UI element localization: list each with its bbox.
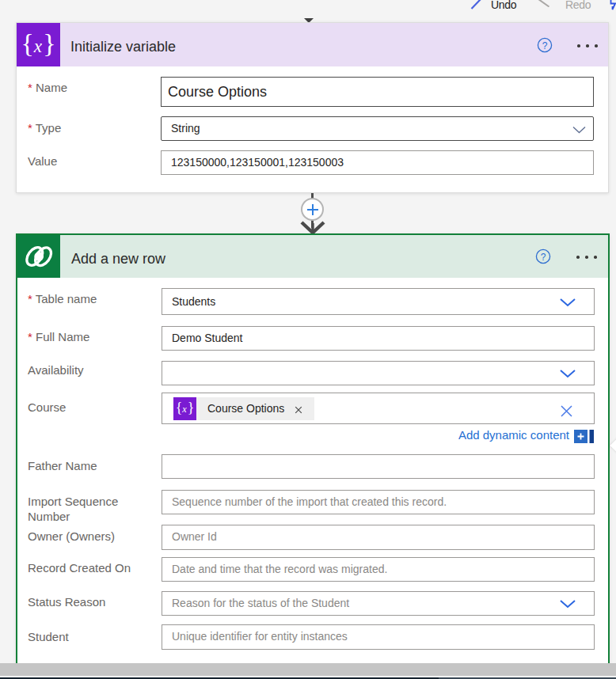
svg-text:?: ?: [542, 40, 548, 51]
svg-text:?: ?: [541, 252, 546, 263]
